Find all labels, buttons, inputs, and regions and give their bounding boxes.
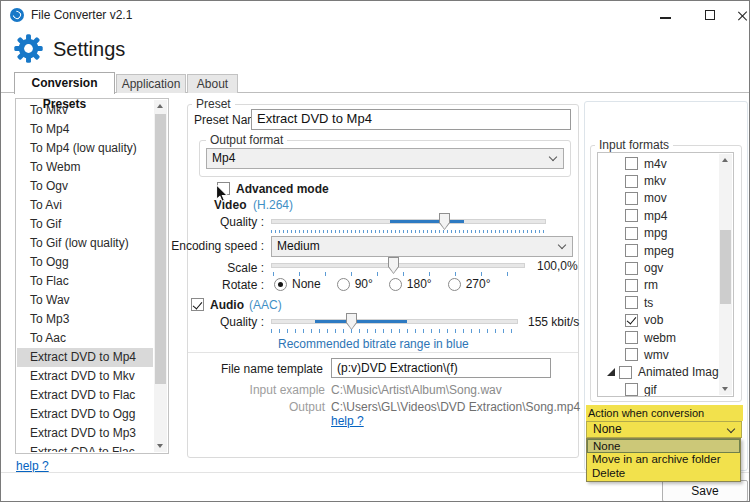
preset-name-input[interactable]: Extract DVD to Mp4 [251, 109, 571, 130]
preset-list-item[interactable]: To Mp3 [17, 310, 153, 329]
action-option-delete[interactable]: Delete [587, 467, 740, 481]
format-item-webm[interactable]: webm [599, 329, 719, 346]
format-item-mp4[interactable]: mp4 [599, 207, 719, 224]
rotate-option-90deg[interactable]: 90° [337, 277, 373, 291]
radio-icon [274, 278, 287, 291]
format-label: m4v [644, 157, 667, 171]
audio-quality-ticks [271, 329, 518, 333]
maximize-button[interactable] [693, 1, 727, 29]
format-item-mpg[interactable]: mpg [599, 225, 719, 242]
action-option-move-in-an-archive-folder[interactable]: Move in an archive folder [587, 453, 740, 467]
preset-list-item[interactable]: To Ogg [17, 253, 153, 272]
file-template-input[interactable]: (p:v)DVD Extraction\(f) [331, 358, 551, 378]
help-link-left[interactable]: help ? [16, 459, 49, 473]
scroll-up-icon[interactable] [154, 100, 167, 113]
audio-checkbox[interactable] [191, 298, 204, 311]
scrollbar-thumb[interactable] [155, 114, 166, 384]
format-checkbox[interactable] [625, 157, 638, 170]
video-quality-label: Quality : [171, 215, 264, 229]
minimize-button[interactable] [649, 1, 683, 29]
maximize-icon [705, 10, 715, 20]
preset-list-item[interactable]: To Webm [17, 158, 153, 177]
format-label: ogv [644, 261, 663, 275]
format-checkbox[interactable] [625, 383, 638, 396]
format-checkbox[interactable] [625, 175, 638, 188]
help-link-template[interactable]: help ? [331, 414, 364, 428]
format-label: mpg [644, 226, 667, 240]
preset-list-item[interactable]: To Gif [17, 215, 153, 234]
preset-list-item[interactable]: Extract DVD to Mp3 [17, 424, 153, 443]
rotate-option-270deg[interactable]: 270° [448, 277, 491, 291]
preset-list-item[interactable]: Extract CDA to Flac [17, 443, 153, 452]
format-item-mkv[interactable]: mkv [599, 172, 719, 189]
app-icon [10, 8, 24, 22]
format-checkbox[interactable] [625, 209, 638, 222]
encoding-speed-combobox[interactable]: Medium [271, 236, 573, 257]
format-label: mp4 [644, 209, 667, 223]
save-button[interactable]: Save [662, 480, 748, 502]
format-checkbox[interactable] [625, 227, 638, 240]
preset-list-item[interactable]: To Wav [17, 291, 153, 310]
gear-icon [13, 33, 44, 64]
format-checkbox[interactable] [625, 348, 638, 361]
preset-list-item[interactable]: Extract DVD to Flac [17, 386, 153, 405]
format-item-gif[interactable]: gif [599, 381, 719, 397]
format-checkbox[interactable] [625, 314, 638, 327]
audio-codec-label: (AAC) [249, 298, 282, 312]
close-button[interactable] [725, 1, 750, 29]
tab-about[interactable]: About [187, 74, 238, 93]
scroll-up-icon[interactable] [719, 154, 732, 167]
format-item-mov[interactable]: mov [599, 190, 719, 207]
rotate-option-label: 90° [355, 277, 373, 291]
rotate-option-180deg[interactable]: 180° [389, 277, 432, 291]
audio-quality-slider[interactable] [271, 319, 518, 324]
rotate-option-none[interactable]: None [274, 277, 321, 291]
format-checkbox[interactable] [619, 366, 632, 379]
rotate-radio-group: None90°180°270° [274, 277, 491, 291]
preset-list-item[interactable]: Extract DVD to Ogg [17, 405, 153, 424]
action-option-none[interactable]: None [587, 439, 740, 453]
scroll-down-icon[interactable] [719, 382, 732, 395]
output-format-legend: Output format [206, 133, 287, 147]
preset-list-item[interactable]: Extract DVD to Mp4 [17, 348, 153, 367]
rotate-option-label: None [292, 277, 321, 291]
format-checkbox[interactable] [625, 296, 638, 309]
format-item-rm[interactable]: rm [599, 277, 719, 294]
format-checkbox[interactable] [625, 192, 638, 205]
format-item-mpeg[interactable]: mpeg [599, 242, 719, 259]
tab-conversion-presets[interactable]: Conversion Presets [14, 72, 115, 94]
preset-list-item[interactable]: To Aac [17, 329, 153, 348]
action-combobox[interactable]: None [586, 421, 742, 438]
scrollbar-thumb[interactable] [720, 230, 731, 304]
format-item-wmv[interactable]: wmv [599, 346, 719, 363]
format-item-m4v[interactable]: m4v [599, 155, 719, 172]
format-item-vob[interactable]: vob [599, 312, 719, 329]
video-quality-slider[interactable] [271, 219, 546, 224]
output-format-combobox[interactable]: Mp4 [206, 148, 564, 169]
chevron-down-icon [727, 425, 735, 433]
rotate-option-label: 180° [407, 277, 432, 291]
preset-list-item[interactable]: Extract DVD to Mkv [17, 367, 153, 386]
output-format-value: Mp4 [212, 151, 235, 165]
preset-list-item[interactable]: To Ogv [17, 177, 153, 196]
input-formats-legend: Input formats [595, 138, 673, 152]
format-checkbox[interactable] [625, 262, 638, 275]
preset-list-scrollbar[interactable] [154, 100, 167, 452]
format-checkbox[interactable] [625, 331, 638, 344]
format-item-ogv[interactable]: ogv [599, 259, 719, 276]
format-checkbox[interactable] [625, 244, 638, 257]
format-checkbox[interactable] [625, 279, 638, 292]
divider [188, 352, 578, 353]
tree-expander-icon[interactable] [607, 368, 615, 376]
format-item-animated-image[interactable]: Animated Image [599, 364, 719, 381]
preset-list-item[interactable]: To Mp4 (low quality) [17, 139, 153, 158]
scroll-down-icon[interactable] [154, 439, 167, 452]
preset-list-item[interactable]: To Avi [17, 196, 153, 215]
tab-application[interactable]: Application [116, 74, 186, 93]
preset-list-item[interactable]: To Gif (low quality) [17, 234, 153, 253]
preset-list-item[interactable]: To Flac [17, 272, 153, 291]
preset-list-item[interactable]: To Mp4 [17, 120, 153, 139]
format-item-ts[interactable]: ts [599, 294, 719, 311]
formats-scrollbar[interactable] [719, 154, 732, 395]
video-codec-label: (H.264) [253, 198, 293, 212]
